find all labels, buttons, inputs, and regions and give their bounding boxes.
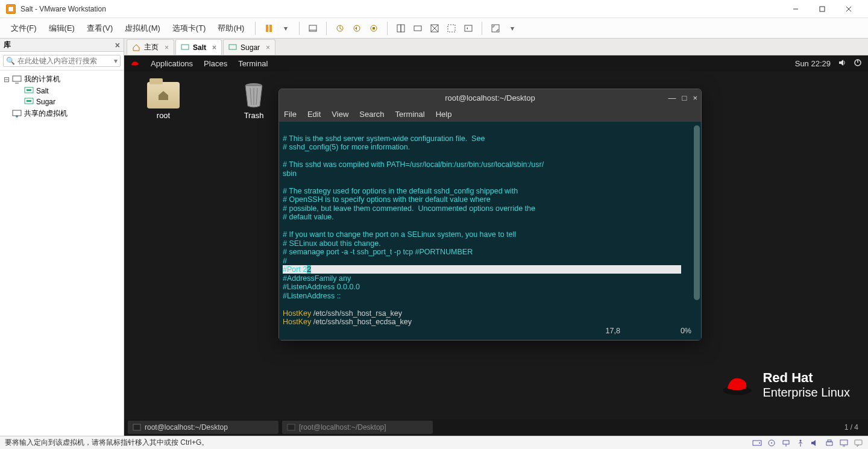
network-icon[interactable] <box>781 439 791 447</box>
fullscreen-icon[interactable] <box>488 21 503 36</box>
guest-desktop[interactable]: Applications Places Terminal Sun 22:29 r… <box>124 55 868 436</box>
svg-rect-28 <box>181 45 189 49</box>
tree-root[interactable]: ⊟ 我的计算机 <box>0 73 124 86</box>
search-icon: 🔍 <box>6 57 15 65</box>
menu-file[interactable]: 文件(F) <box>6 20 42 36</box>
svg-rect-23 <box>27 89 31 91</box>
workspace-indicator[interactable]: 1 / 4 <box>838 423 864 432</box>
menu-edit[interactable]: 编辑(E) <box>44 20 80 36</box>
tab-home[interactable]: 主页 × <box>127 39 174 55</box>
search-input[interactable] <box>17 57 114 65</box>
svg-rect-2 <box>820 7 825 11</box>
search-box[interactable]: 🔍 ▾ <box>3 55 121 67</box>
icon-label: Trash <box>244 111 264 120</box>
svg-rect-26 <box>13 110 21 116</box>
close-button[interactable] <box>835 0 862 18</box>
gnome-topbar: Applications Places Terminal Sun 22:29 <box>124 55 868 71</box>
term-menu-search[interactable]: Search <box>359 110 384 119</box>
close-icon[interactable]: × <box>693 93 697 102</box>
taskbar-item-terminal[interactable]: root@localhost:~/Desktop <box>128 421 278 434</box>
tab-salt[interactable]: Salt × <box>175 39 222 55</box>
window-title: Salt - VMware Workstation <box>20 5 106 13</box>
scroll-percent: 0% <box>681 327 691 335</box>
library-sidebar: 库 × 🔍 ▾ ⊟ 我的计算机 Salt Sugar <box>0 39 124 436</box>
menu-places[interactable]: Places <box>204 59 227 68</box>
task-label: [root@localhost:~/Desktop] <box>299 423 386 432</box>
maximize-button[interactable] <box>809 0 835 18</box>
taskbar-item-terminal-2[interactable]: [root@localhost:~/Desktop] <box>282 421 433 434</box>
library-tree: ⊟ 我的计算机 Salt Sugar 共享的虚拟机 <box>0 71 124 122</box>
svg-rect-20 <box>13 76 21 81</box>
snapshot-revert-icon[interactable] <box>350 21 364 36</box>
vm-running-icon <box>24 98 34 106</box>
unity-icon[interactable] <box>427 21 442 36</box>
menu-view[interactable]: 查看(V) <box>82 20 118 36</box>
logo-brand: Red Hat <box>763 370 813 385</box>
scrollbar[interactable] <box>694 125 700 300</box>
printer-icon[interactable] <box>825 439 834 447</box>
term-menu-file[interactable]: File <box>284 110 297 119</box>
usb-icon[interactable] <box>796 439 805 447</box>
power-dropdown-icon[interactable]: ▾ <box>278 21 293 36</box>
cdrom-icon[interactable] <box>767 439 776 447</box>
power-icon[interactable] <box>854 58 862 69</box>
fit-guest-icon[interactable] <box>394 21 408 36</box>
minimize-icon[interactable]: — <box>668 93 676 102</box>
svg-rect-14 <box>401 25 404 32</box>
term-menu-edit[interactable]: Edit <box>307 110 321 119</box>
minimize-button[interactable] <box>782 0 809 18</box>
toolbar-divider <box>482 22 482 35</box>
message-icon[interactable] <box>854 439 863 447</box>
close-icon[interactable]: × <box>212 43 216 52</box>
pause-icon[interactable] <box>262 21 276 36</box>
snapshot-icon[interactable] <box>333 21 347 36</box>
chevron-down-icon[interactable]: ▾ <box>114 57 118 65</box>
display-icon[interactable] <box>839 439 849 447</box>
guest-taskbar: root@localhost:~/Desktop [root@localhost… <box>124 419 868 436</box>
svg-rect-17 <box>448 25 455 32</box>
tree-vm-salt[interactable]: Salt <box>0 86 124 96</box>
menu-applications[interactable]: Applications <box>151 59 193 68</box>
hdd-icon[interactable] <box>752 439 762 447</box>
term-menu-terminal[interactable]: Terminal <box>395 110 425 119</box>
svg-rect-15 <box>414 26 421 31</box>
tab-label: Sugar <box>241 43 260 52</box>
menu-tabs[interactable]: 选项卡(T) <box>168 20 211 36</box>
close-icon[interactable]: × <box>165 43 169 52</box>
desktop-icons: root Trash <box>124 71 293 131</box>
term-menu-help[interactable]: Help <box>436 110 452 119</box>
close-icon[interactable]: × <box>266 43 270 52</box>
quick-switch-icon[interactable] <box>461 21 476 36</box>
svg-point-40 <box>759 442 760 444</box>
close-icon[interactable]: × <box>115 40 120 50</box>
tree-shared[interactable]: 共享的虚拟机 <box>0 107 124 120</box>
terminal-titlebar[interactable]: root@localhost:~/Desktop — □ × <box>279 89 701 106</box>
desktop-icon-trash[interactable]: Trash <box>233 82 275 120</box>
console-view-icon[interactable] <box>444 21 459 36</box>
send-ctrl-alt-del-icon[interactable] <box>306 21 320 36</box>
collapse-icon[interactable]: ⊟ <box>4 75 10 84</box>
terminal-window[interactable]: root@localhost:~/Desktop — □ × File Edit… <box>278 89 702 341</box>
svg-rect-18 <box>465 25 472 31</box>
maximize-icon[interactable]: □ <box>682 93 687 102</box>
library-header: 库 × <box>0 39 124 52</box>
menu-terminal[interactable]: Terminal <box>238 59 268 68</box>
clock[interactable]: Sun 22:29 <box>795 59 831 68</box>
fullscreen-dropdown-icon[interactable]: ▾ <box>505 21 520 36</box>
redhat-hat-icon <box>720 373 754 397</box>
svg-point-27 <box>16 115 18 118</box>
statusbar: 要将输入定向到该虚拟机，请将鼠标指针移入其中或按 Ctrl+G。 <box>0 436 868 449</box>
term-menu-view[interactable]: View <box>332 110 348 119</box>
terminal-body[interactable]: # This is the sshd server system-wide co… <box>279 122 701 340</box>
icon-label: root <box>157 111 170 120</box>
sound-icon[interactable] <box>810 439 820 447</box>
tree-vm-sugar[interactable]: Sugar <box>0 96 124 107</box>
menu-help[interactable]: 帮助(H) <box>213 20 249 36</box>
menu-vm[interactable]: 虚拟机(M) <box>120 20 165 36</box>
tab-sugar[interactable]: Sugar × <box>223 39 275 55</box>
volume-icon[interactable] <box>838 58 846 69</box>
vm-area: 主页 × Salt × Sugar × Applications Places <box>124 39 868 436</box>
single-window-icon[interactable] <box>410 21 425 36</box>
snapshot-manager-icon[interactable] <box>366 21 381 36</box>
desktop-icon-root[interactable]: root <box>142 82 184 120</box>
